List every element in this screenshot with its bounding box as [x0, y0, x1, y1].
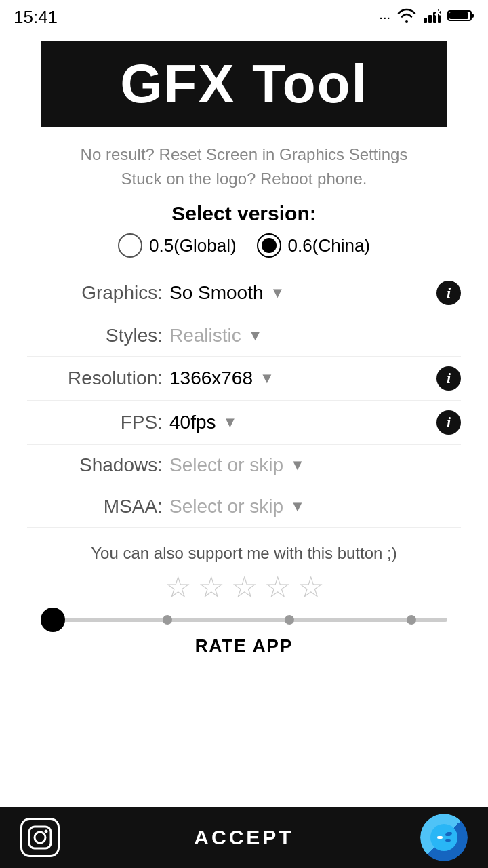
resolution-row: Resolution: 1366x768 ▼ i	[27, 357, 461, 401]
msaa-dropdown[interactable]: Select or skip ▼	[169, 496, 461, 517]
battery-icon	[447, 9, 474, 26]
graphics-arrow-icon: ▼	[270, 284, 285, 302]
status-icons: ···	[379, 8, 474, 26]
star-3[interactable]: ☆	[231, 570, 258, 604]
bottom-bar: ACCEPT	[0, 807, 488, 868]
svg-point-11	[45, 830, 48, 833]
version-global[interactable]: 0.5(Global)	[118, 233, 237, 258]
msaa-arrow-icon: ▼	[290, 498, 305, 515]
resolution-info-icon[interactable]: i	[436, 366, 461, 391]
slider-track[interactable]	[41, 618, 447, 622]
resolution-label: Resolution:	[27, 368, 163, 389]
radio-global[interactable]	[118, 233, 142, 258]
graphics-dropdown[interactable]: So Smooth ▼	[169, 282, 430, 304]
app-logo: GFX Tool	[41, 41, 447, 127]
resolution-dropdown[interactable]: 1366x768 ▼	[169, 368, 430, 389]
fps-dropdown[interactable]: 40fps ▼	[169, 412, 430, 433]
svg-rect-16	[447, 832, 452, 835]
graphics-row: Graphics: So Smooth ▼ i	[27, 271, 461, 315]
styles-row: Styles: Realistic ▼	[27, 315, 461, 357]
app-title: GFX Tool	[68, 53, 420, 115]
wifi-icon	[397, 8, 416, 26]
fps-arrow-icon: ▼	[223, 414, 238, 431]
slider-container[interactable]	[0, 618, 488, 622]
svg-rect-9	[29, 827, 51, 848]
msaa-value: Select or skip	[169, 496, 283, 517]
status-bar: 15:41 ···	[0, 0, 488, 34]
version-china-label: 0.6(China)	[288, 235, 370, 256]
msaa-label: MSAA:	[27, 496, 163, 517]
graphics-info-icon[interactable]: i	[436, 281, 461, 305]
fps-label: FPS:	[27, 412, 163, 433]
select-version-label: Select version:	[0, 202, 488, 225]
msaa-row: MSAA: Select or skip ▼	[27, 486, 461, 528]
settings-section: Graphics: So Smooth ▼ i Styles: Realisti…	[0, 271, 488, 528]
star-1[interactable]: ☆	[165, 570, 191, 604]
slider-dot-1	[163, 615, 172, 625]
svg-point-10	[35, 832, 45, 843]
svg-rect-15	[445, 839, 451, 842]
svg-point-12	[430, 824, 458, 851]
subtitle: No result? Reset Screen in Graphics Sett…	[41, 142, 447, 191]
svg-rect-13	[437, 836, 443, 839]
styles-value: Realistic	[169, 325, 241, 347]
shadows-dropdown[interactable]: Select or skip ▼	[169, 454, 461, 476]
resolution-value: 1366x768	[169, 368, 253, 389]
star-4[interactable]: ☆	[264, 570, 291, 604]
slider-dot-3	[407, 615, 416, 625]
subtitle-line1: No result? Reset Screen in Graphics Sett…	[81, 145, 408, 163]
game-icon-inner	[420, 814, 468, 861]
star-5[interactable]: ☆	[298, 570, 324, 604]
star-2[interactable]: ☆	[198, 570, 224, 604]
version-row: 0.5(Global) 0.6(China)	[0, 233, 488, 258]
shadows-value: Select or skip	[169, 454, 283, 476]
svg-rect-8	[449, 12, 468, 19]
fps-info-icon[interactable]: i	[436, 410, 461, 435]
rate-app-button[interactable]: RATE APP	[0, 635, 488, 656]
game-icon[interactable]	[420, 814, 468, 861]
svg-rect-1	[428, 15, 432, 23]
support-text: You can also support me with this button…	[27, 544, 461, 563]
fps-value: 40fps	[169, 412, 216, 433]
radio-china[interactable]	[257, 233, 281, 258]
version-china[interactable]: 0.6(China)	[257, 233, 370, 258]
stars-row[interactable]: ☆ ☆ ☆ ☆ ☆	[0, 570, 488, 604]
styles-label: Styles:	[27, 325, 163, 347]
accept-button[interactable]: ACCEPT	[194, 826, 293, 849]
shadows-arrow-icon: ▼	[290, 456, 305, 474]
graphics-value: So Smooth	[169, 282, 264, 304]
graphics-label: Graphics:	[27, 282, 163, 304]
slider-dot-2	[285, 615, 294, 625]
styles-arrow-icon: ▼	[248, 327, 263, 344]
svg-rect-0	[424, 18, 427, 23]
fps-row: FPS: 40fps ▼ i	[27, 401, 461, 445]
dots-icon: ···	[379, 9, 390, 25]
status-time: 15:41	[14, 7, 58, 28]
subtitle-line2: Stuck on the logo? Reboot phone.	[121, 170, 367, 188]
styles-dropdown[interactable]: Realistic ▼	[169, 325, 461, 347]
signal-icon	[423, 8, 441, 26]
shadows-row: Shadows: Select or skip ▼	[27, 445, 461, 486]
resolution-arrow-icon: ▼	[260, 370, 274, 387]
svg-rect-7	[471, 14, 474, 18]
instagram-icon[interactable]	[20, 818, 60, 857]
slider-thumb[interactable]	[41, 608, 65, 632]
version-global-label: 0.5(Global)	[149, 235, 237, 256]
shadows-label: Shadows:	[27, 454, 163, 476]
